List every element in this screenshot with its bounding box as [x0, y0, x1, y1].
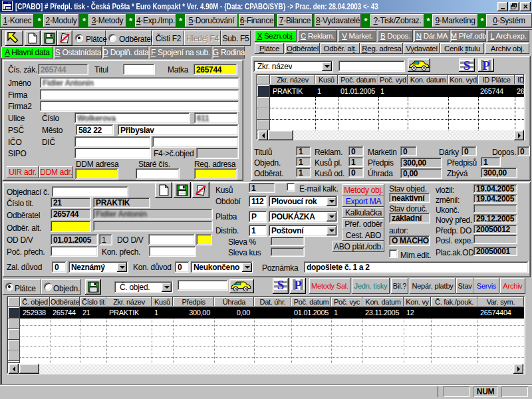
svg-text:S: S — [277, 278, 284, 291]
svg-text:P: P — [294, 278, 302, 291]
svg-text:P: P — [482, 59, 490, 72]
svg-text:S: S — [464, 59, 470, 72]
